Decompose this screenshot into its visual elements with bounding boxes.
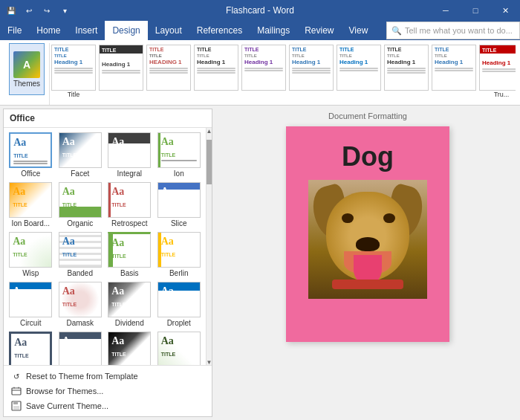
menu-view[interactable]: View bbox=[342, 21, 376, 40]
ribbon-theme-5[interactable]: Title TITLE Heading 1 bbox=[241, 43, 287, 92]
menu-home[interactable]: Home bbox=[29, 21, 68, 40]
theme-droplet[interactable]: Aa Title Droplet bbox=[155, 280, 204, 329]
save-theme-label: Save Current Theme... bbox=[26, 401, 108, 410]
dog-nose bbox=[356, 237, 380, 251]
theme-mesh[interactable]: Aa Title Mesh bbox=[155, 330, 204, 365]
dog-collar bbox=[332, 280, 403, 289]
theme-mesh-thumb: Aa Title bbox=[157, 332, 201, 365]
theme-berlin[interactable]: Aa Title Berlin bbox=[155, 230, 204, 279]
search-box[interactable]: 🔍 Tell me what you want to do... bbox=[386, 22, 520, 39]
theme-basis-label: Basis bbox=[120, 269, 138, 277]
svg-rect-2 bbox=[13, 401, 18, 404]
theme-droplet-thumb: Aa Title bbox=[157, 282, 201, 317]
ribbon-theme-title[interactable]: Title TITLE Heading 1 Title bbox=[51, 43, 97, 100]
document-title: Dog bbox=[342, 141, 394, 172]
ribbon-theme-9-thumb: Title TITLE Heading 1 bbox=[432, 45, 476, 91]
reset-icon: ↺ bbox=[11, 371, 22, 381]
ribbon-theme-5-thumb: Title TITLE Heading 1 bbox=[241, 45, 286, 91]
theme-mainevent-thumb: Aa Title bbox=[108, 332, 151, 365]
theme-damask[interactable]: Aa Title Damask bbox=[56, 280, 105, 329]
theme-ion[interactable]: Aa Title Ion bbox=[155, 131, 204, 179]
qat-dropdown[interactable]: ▾ bbox=[56, 2, 73, 19]
dog-illustration bbox=[308, 180, 427, 299]
theme-ion-thumb: Aa Title bbox=[157, 132, 201, 168]
menu-review[interactable]: Review bbox=[297, 21, 341, 40]
browse-themes-label: Browse for Themes... bbox=[26, 387, 103, 395]
theme-slice[interactable]: Aa Title Slice bbox=[155, 181, 204, 229]
ribbon-theme-previews: .rth { display:flex;flex-direction:colum… bbox=[50, 43, 516, 105]
svg-rect-0 bbox=[12, 388, 21, 395]
theme-frame[interactable]: Aa Title Frame bbox=[7, 330, 55, 365]
undo-button[interactable]: ↩ bbox=[21, 2, 37, 19]
dog-eye-left bbox=[342, 213, 354, 223]
menu-insert[interactable]: Insert bbox=[68, 21, 105, 40]
redo-button[interactable]: ↪ bbox=[39, 2, 55, 19]
theme-grid: Aa Title Office Aa Title Facet bbox=[4, 128, 206, 365]
themes-button[interactable]: A Themes bbox=[9, 43, 45, 95]
theme-facet-label: Facet bbox=[71, 169, 89, 178]
ribbon-section-themes: A Themes bbox=[4, 43, 50, 105]
reset-theme-link[interactable]: ↺ Reset to Theme from Template bbox=[8, 369, 207, 384]
theme-gallery[interactable]: Aa Title Gallery bbox=[56, 330, 105, 365]
search-placeholder: Tell me what you want to do... bbox=[405, 26, 513, 35]
menu-references[interactable]: References bbox=[189, 21, 250, 40]
minimize-button[interactable]: ─ bbox=[431, 0, 461, 21]
theme-gallery-thumb: Aa Title bbox=[59, 332, 102, 365]
theme-damask-label: Damask bbox=[66, 319, 94, 327]
theme-office[interactable]: Aa Title Office bbox=[7, 131, 55, 179]
theme-dividend-thumb: Aa Title bbox=[108, 282, 151, 317]
title-bar: 💾 ↩ ↪ ▾ Flashcard - Word ─ □ ✕ bbox=[0, 0, 520, 21]
ribbon-theme-2[interactable]: Title TITLE Heading 1 bbox=[98, 43, 144, 92]
theme-ionboard-label: Ion Board... bbox=[11, 219, 50, 227]
scrollbar[interactable]: ▲ ▼ bbox=[206, 128, 212, 365]
scroll-thumb[interactable] bbox=[207, 140, 212, 184]
theme-integral[interactable]: Aa Title Integral bbox=[105, 131, 154, 179]
theme-frame-thumb: Aa Title bbox=[9, 332, 52, 365]
ribbon-theme-7[interactable]: Title TITLE Heading 1 bbox=[336, 43, 382, 92]
ribbon-theme-8[interactable]: Title TITLE Heading 1 bbox=[383, 43, 429, 92]
theme-retrospect[interactable]: Aa Title Retrospect bbox=[105, 181, 154, 229]
close-button[interactable]: ✕ bbox=[490, 0, 520, 21]
save-theme-icon bbox=[11, 401, 22, 411]
themes-label: Themes bbox=[13, 80, 40, 88]
ribbon-theme-8-thumb: Title TITLE Heading 1 bbox=[384, 45, 429, 91]
theme-retrospect-thumb: Aa Title bbox=[108, 182, 151, 218]
theme-basis[interactable]: Aa Title Basis bbox=[105, 230, 154, 279]
dog-eye-right bbox=[383, 213, 395, 223]
ribbon-theme-6[interactable]: Title TITLE Heading 1 bbox=[288, 43, 334, 92]
search-icon: 🔍 bbox=[391, 26, 402, 36]
theme-integral-thumb: Aa Title bbox=[108, 132, 151, 168]
theme-dividend[interactable]: Aa Title Dividend bbox=[105, 280, 154, 329]
ribbon-theme-4[interactable]: Title TITLE Heading 1 bbox=[193, 43, 239, 92]
maximize-button[interactable]: □ bbox=[461, 0, 490, 21]
theme-circuit[interactable]: Aa Title Circuit bbox=[7, 280, 55, 329]
themes-dropdown: Office Aa Title Office Aa Title bbox=[3, 109, 212, 417]
theme-office-label: Office bbox=[21, 169, 40, 178]
theme-damask-thumb: Aa Title bbox=[59, 282, 102, 317]
theme-wisp-thumb: Aa Title bbox=[9, 232, 52, 268]
theme-wisp[interactable]: Aa Title Wisp bbox=[7, 230, 55, 279]
svg-rect-3 bbox=[13, 406, 19, 410]
theme-mainevent[interactable]: Aa Title Main Event bbox=[105, 330, 154, 365]
browse-themes-link[interactable]: Browse for Themes... bbox=[8, 384, 207, 398]
save-theme-link[interactable]: Save Current Theme... bbox=[8, 398, 207, 413]
theme-slice-thumb: Aa Title bbox=[157, 182, 201, 218]
ribbon-theme-9[interactable]: Title TITLE Heading 1 bbox=[431, 43, 477, 92]
menu-layout[interactable]: Layout bbox=[148, 21, 189, 40]
theme-banded-label: Banded bbox=[68, 269, 93, 277]
menu-design[interactable]: Design bbox=[105, 21, 147, 40]
save-button[interactable]: 💾 bbox=[3, 2, 19, 19]
theme-ionboard[interactable]: Aa Title Ion Board... bbox=[7, 181, 55, 229]
theme-organic[interactable]: Aa Title Organic bbox=[56, 181, 105, 229]
ribbon-theme-tru[interactable]: Title TITLE Heading 1 Tru... bbox=[478, 43, 516, 100]
ribbon-theme-6-thumb: Title TITLE Heading 1 bbox=[289, 45, 334, 91]
dropdown-header: Office bbox=[4, 109, 212, 128]
ribbon-theme-3[interactable]: Title TITLE HEADING 1 bbox=[146, 43, 192, 92]
theme-ionboard-thumb: Aa Title bbox=[9, 182, 52, 218]
dropdown-footer: ↺ Reset to Theme from Template Browse fo… bbox=[4, 365, 212, 416]
theme-banded[interactable]: Aa Title Banded bbox=[56, 230, 105, 279]
theme-facet[interactable]: Aa Title Facet bbox=[56, 131, 105, 179]
menu-mailings[interactable]: Mailings bbox=[250, 21, 297, 40]
menu-file[interactable]: File bbox=[0, 21, 29, 40]
theme-facet-thumb: Aa Title bbox=[59, 132, 102, 168]
